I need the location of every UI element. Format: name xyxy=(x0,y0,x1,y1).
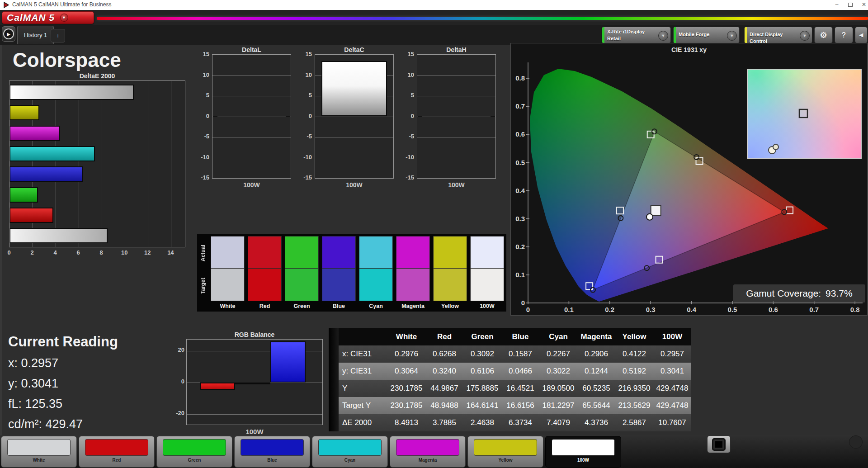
table-cell: 6.3734 xyxy=(501,418,539,427)
x-tick-label: 0.8 xyxy=(850,306,860,313)
calman-logo-button[interactable]: CalMAN 5 ▼ xyxy=(2,11,94,24)
table-cell: 10.7607 xyxy=(653,418,691,427)
close-button[interactable]: ✕ xyxy=(857,0,868,10)
swatch-label: 100W xyxy=(470,303,504,309)
chart-title: DeltaC xyxy=(315,46,394,53)
actual-target-strip: ActualTargetWhiteRedGreenBlueCyanMagenta… xyxy=(197,234,506,312)
collapse-panel-button[interactable]: ◀ xyxy=(855,27,868,43)
help-button[interactable]: ? xyxy=(835,27,853,43)
table-cell: 16.6156 xyxy=(501,401,539,410)
y-tick-label: -10 xyxy=(297,154,312,161)
gridline xyxy=(212,76,291,76)
table-cell: 216.9350 xyxy=(615,384,653,393)
maximize-icon xyxy=(848,3,853,7)
patch-button-magenta[interactable]: Magenta xyxy=(390,436,466,468)
patch-swatch xyxy=(552,439,615,456)
y-tick-label: -15 xyxy=(297,174,312,181)
source-status-indicator xyxy=(674,27,676,43)
table-row: ΔE 20008.49133.78852.46386.37347.40794.3… xyxy=(339,414,691,431)
tab-scroll-button[interactable]: ▶ xyxy=(2,26,15,42)
patch-button-blue[interactable]: Blue xyxy=(234,436,310,468)
target-swatch xyxy=(211,269,245,301)
patch-button-white[interactable]: White xyxy=(1,436,77,468)
table-cell: 213.5629 xyxy=(615,401,653,410)
meter-dropdown[interactable]: X-Rite i1Display Retail LCD (LED) ▼ xyxy=(602,27,671,43)
tab-history-1[interactable]: History 1 xyxy=(17,26,54,44)
patch-swatch xyxy=(474,439,537,456)
y-tick-label: 0.3 xyxy=(515,215,525,222)
y-tick-label: 0.4 xyxy=(515,187,525,194)
chart-title: DeltaH xyxy=(417,46,496,53)
y-tick-label: -15 xyxy=(399,174,414,181)
swatch-column-yellow: Yellow xyxy=(433,236,467,309)
gear-icon: ⚙ xyxy=(820,30,827,40)
column-header-100w: 100W xyxy=(653,332,691,341)
table-cell: 3.7885 xyxy=(425,418,463,427)
cie-diagram: 0.80.70.60.50.40.30.20.10 00.10.20.30.40… xyxy=(511,43,867,315)
gridline xyxy=(315,158,393,158)
source-dropdown[interactable]: Mobile Forge ▼ xyxy=(673,27,740,43)
gridline xyxy=(79,81,79,247)
target-row-label: Target xyxy=(200,270,208,302)
column-header-red: Red xyxy=(425,332,463,341)
y-tick-label: -10 xyxy=(399,154,414,161)
x-tick-label: 0 xyxy=(526,306,530,313)
patch-button-cyan[interactable]: Cyan xyxy=(312,436,388,468)
table-row: Target Y230.178548.9488164.614116.615618… xyxy=(339,397,691,414)
settings-button[interactable]: ⚙ xyxy=(814,27,833,43)
patch-button-green[interactable]: Green xyxy=(156,436,232,468)
maximize-button[interactable] xyxy=(844,0,857,10)
table-cell: 0.0466 xyxy=(501,367,539,376)
y-tick-label: 10 xyxy=(297,71,312,78)
chevron-down-icon: ▼ xyxy=(727,31,737,41)
x-tick-label: 0.6 xyxy=(769,306,778,313)
table-row: y: CIE310.30640.32400.61060.04660.30220.… xyxy=(339,363,691,380)
table-cell: 429.4748 xyxy=(653,401,691,410)
target-swatch xyxy=(433,269,467,301)
swatch-column-100w: 100W xyxy=(470,236,504,309)
patch-label: Magenta xyxy=(390,458,465,463)
gridline xyxy=(212,96,291,96)
display-control-status-indicator xyxy=(745,27,747,43)
actual-swatch xyxy=(433,236,467,269)
column-header-green: Green xyxy=(463,332,501,341)
actual-swatch xyxy=(211,236,245,269)
column-header-magenta: Magenta xyxy=(577,332,615,341)
x-tick-label: 0.1 xyxy=(564,306,574,313)
table-cell: 7.4079 xyxy=(539,418,577,427)
add-tab-button[interactable]: + xyxy=(51,29,65,43)
patch-label: Yellow xyxy=(468,458,543,463)
y-tick-label: 0.8 xyxy=(515,74,525,82)
target-swatch xyxy=(396,269,430,301)
x-tick-label: 12 xyxy=(142,249,153,256)
patch-button-red[interactable]: Red xyxy=(79,436,155,468)
pattern-window-button[interactable] xyxy=(707,435,731,453)
minimize-button[interactable]: – xyxy=(830,0,844,10)
table-cell: 0.3022 xyxy=(539,367,577,376)
swatch-label: Green xyxy=(285,303,319,309)
delta-chart-deltah: DeltaH151050-5-10-15100W xyxy=(417,45,496,190)
deltae-chart-title: DeltaE 2000 xyxy=(9,72,185,80)
brand-bar: CalMAN 5 ▼ xyxy=(0,10,868,25)
display-control-dropdown[interactable]: Direct Display Control ▼ xyxy=(744,27,812,43)
y-tick-label: 0 xyxy=(297,113,312,119)
gamut-coverage-label: Gamut Coverage: xyxy=(746,288,821,299)
patch-button-100w[interactable]: 100W xyxy=(545,436,621,468)
y-tick-label: -5 xyxy=(194,133,209,140)
cie-y-tick-labels: 0.80.70.60.50.40.30.20.10 xyxy=(515,74,529,307)
y-tick-label: 15 xyxy=(194,51,209,57)
rgb-balance-title: RGB Balance xyxy=(186,331,323,338)
table-cell: 230.1785 xyxy=(387,401,425,410)
swatch-column-green: Green xyxy=(285,236,319,309)
y-tick-label: 15 xyxy=(399,51,414,57)
delta-chart-deltal: DeltaL151050-5-10-15100W xyxy=(212,45,291,190)
patch-button-yellow[interactable]: Yellow xyxy=(467,436,543,468)
gridline xyxy=(417,76,495,76)
target-marker-white xyxy=(651,206,661,216)
y-tick-label: 0 xyxy=(194,113,209,119)
x-tick-label: 10 xyxy=(119,249,130,256)
deltae-bar-green xyxy=(9,187,38,203)
disabled-indicator xyxy=(849,435,863,449)
actual-swatch xyxy=(470,236,504,269)
deltae-bar-yellow xyxy=(9,105,39,120)
